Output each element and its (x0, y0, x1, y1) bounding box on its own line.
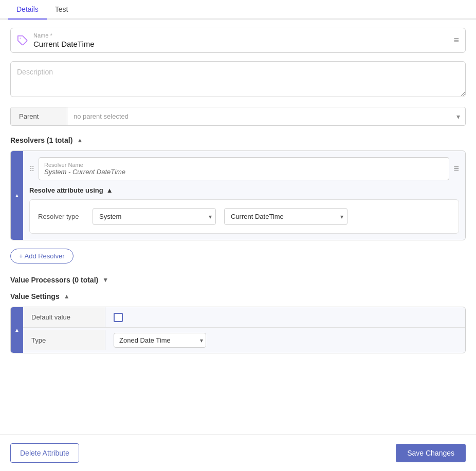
name-field-container: Name * Current DateTime ≡ (10, 28, 466, 53)
settings-collapse-bar[interactable]: ▲ (11, 307, 23, 353)
drag-handle-icon[interactable]: ⠿ (29, 165, 34, 173)
value-processors-title: Value Processors (0 total) (10, 276, 98, 284)
description-textarea[interactable] (10, 61, 466, 97)
resolver-type-select-wrapper: System Manual Lookup ▾ (93, 208, 216, 225)
resolver-name-value: System - Current DateTime (44, 168, 444, 176)
value-processors-section: Value Processors (0 total) ▼ (10, 276, 466, 284)
main-content: Name * Current DateTime ≡ Parent no pare… (0, 20, 476, 372)
tag-icon (17, 35, 28, 46)
resolver-value-select-wrapper: Current DateTime Current Date Current Us… (224, 208, 347, 225)
value-settings-title: Value Settings (10, 292, 60, 300)
settings-side-arrow-icon: ▲ (14, 327, 20, 333)
resolver-menu-icon[interactable]: ≡ (453, 163, 459, 174)
value-settings-card: ▲ Default value Type Zoned Date (10, 307, 466, 353)
resolver-name-row: ⠿ Resolver Name System - Current DateTim… (29, 157, 459, 180)
type-label: Type (23, 330, 105, 350)
resolver-card: ▲ ⠿ Resolver Name System - Current DateT… (10, 150, 466, 240)
default-value-checkbox[interactable] (114, 313, 123, 322)
tab-details[interactable]: Details (8, 0, 47, 20)
resolver-type-select[interactable]: System Manual Lookup (93, 208, 216, 225)
save-changes-button[interactable]: Save Changes (396, 444, 466, 462)
value-processors-header[interactable]: Value Processors (0 total) ▼ (10, 276, 466, 284)
name-value: Current DateTime (33, 40, 95, 48)
resolver-name-label: Resolver Name (44, 162, 444, 168)
default-value-row: Default value (23, 307, 465, 328)
parent-row: Parent no parent selected ▾ (10, 107, 466, 126)
type-value-area: Zoned Date Time Date Time DateTime ▾ (105, 328, 214, 353)
add-resolver-button[interactable]: + Add Resolver (10, 249, 74, 263)
name-label: Name * (33, 32, 453, 39)
value-settings-section: Value Settings ▲ ▲ Default value Type (10, 292, 466, 353)
footer: Delete Attribute Save Changes (0, 435, 476, 471)
type-select-wrapper: Zoned Date Time Date Time DateTime ▾ (114, 333, 206, 348)
value-settings-header[interactable]: Value Settings ▲ (10, 292, 466, 300)
resolvers-title: Resolvers (1 total) (10, 136, 72, 144)
resolver-name-field: Resolver Name System - Current DateTime (39, 157, 449, 180)
resolver-body: ⠿ Resolver Name System - Current DateTim… (23, 151, 465, 240)
resolvers-header[interactable]: Resolvers (1 total) ▲ (10, 136, 466, 144)
resolvers-caret-icon: ▲ (77, 137, 83, 144)
resolver-type-row: Resolver type System Manual Lookup ▾ Cur… (29, 199, 459, 234)
type-select[interactable]: Zoned Date Time Date Time DateTime (114, 333, 206, 348)
resolve-using-label: Resolve attribute using (29, 186, 103, 194)
default-value-input-area (105, 308, 131, 327)
resolve-using-caret-icon: ▲ (106, 186, 113, 194)
resolver-side-arrow-icon: ▲ (14, 193, 20, 198)
tabs-bar: Details Test (0, 0, 476, 20)
resolver-type-label: Resolver type (38, 213, 84, 220)
resolvers-section: Resolvers (1 total) ▲ ▲ ⠿ Resolver Name … (10, 136, 466, 240)
type-row: Type Zoned Date Time Date Time DateTime … (23, 328, 465, 353)
value-processors-caret-icon: ▼ (102, 276, 108, 284)
name-field-menu-icon[interactable]: ≡ (453, 35, 459, 46)
parent-label: Parent (11, 107, 67, 125)
default-value-label: Default value (23, 307, 105, 327)
parent-select-wrapper: no parent selected ▾ (67, 107, 465, 125)
settings-body: Default value Type Zoned Date Time Date … (23, 307, 465, 353)
resolver-collapse-bar[interactable]: ▲ (11, 151, 23, 240)
resolve-using-header[interactable]: Resolve attribute using ▲ (29, 186, 459, 194)
delete-attribute-button[interactable]: Delete Attribute (10, 443, 79, 463)
tab-test[interactable]: Test (47, 0, 77, 20)
value-settings-caret-icon: ▲ (64, 293, 70, 300)
resolver-value-select[interactable]: Current DateTime Current Date Current Us… (224, 208, 347, 225)
name-field-inner: Name * Current DateTime (33, 32, 453, 48)
parent-select[interactable]: no parent selected (67, 107, 465, 125)
